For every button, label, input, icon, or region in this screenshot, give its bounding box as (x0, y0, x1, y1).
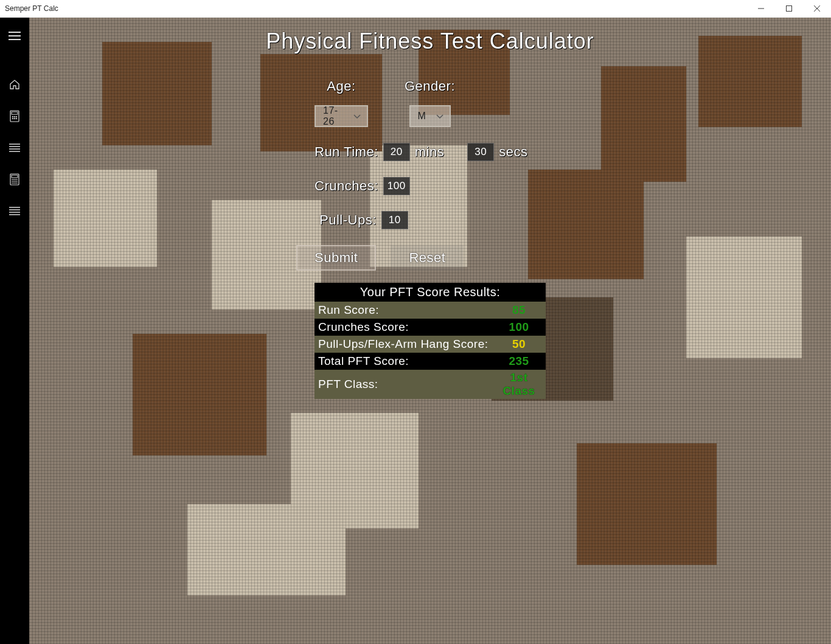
reset-button[interactable]: Reset (391, 245, 464, 271)
results-row-label: PFT Class: (315, 370, 492, 399)
results-row: Pull-Ups/Flex-Arm Hang Score:50 (315, 336, 546, 353)
results-row-value: 85 (492, 302, 546, 319)
svg-point-11 (16, 116, 17, 117)
list-icon (9, 207, 20, 215)
age-select[interactable]: 17-26 (315, 105, 368, 127)
app-shell: Physical Fitness Test Calculator Age: 17… (0, 18, 831, 644)
svg-rect-8 (12, 112, 18, 114)
svg-rect-1 (787, 6, 792, 12)
minimize-icon (758, 5, 764, 12)
results-row-value: 100 (492, 319, 546, 336)
svg-point-12 (12, 118, 13, 119)
results-row: Total PFT Score:235 (315, 353, 546, 370)
results-row-value: 50 (492, 336, 546, 353)
maximize-icon (786, 5, 792, 12)
results-row-label: Run Score: (315, 302, 492, 319)
home-icon (9, 79, 20, 90)
results-row-label: Crunches Score: (315, 319, 492, 336)
results-row-value: 1st Class (492, 370, 546, 399)
results-table: Your PFT Score Results: Run Score:85Crun… (315, 283, 546, 399)
gender-value: M (418, 111, 426, 122)
results-caption: Your PFT Score Results: (315, 283, 546, 302)
svg-point-14 (16, 118, 17, 119)
page-title: Physical Fitness Test Calculator (266, 29, 594, 54)
run-time-label: Run Time: (315, 144, 378, 160)
pft-form: Age: 17-26 Gender: M (315, 78, 546, 399)
gender-label: Gender: (405, 78, 455, 94)
window-title: Semper PT Calc (0, 4, 58, 13)
crunches-input[interactable]: 100 (383, 177, 410, 195)
window-titlebar: Semper PT Calc (0, 0, 831, 18)
hamburger-button[interactable] (0, 23, 29, 49)
mins-unit: mins (415, 144, 444, 160)
results-row-label: Pull-Ups/Flex-Arm Hang Score: (315, 336, 492, 353)
chevron-down-icon (436, 111, 443, 122)
nav-home[interactable] (0, 70, 29, 99)
results-body: Run Score:85Crunches Score:100Pull-Ups/F… (315, 302, 546, 399)
crunches-label: Crunches: (315, 178, 378, 194)
window-maximize-button[interactable] (775, 0, 803, 17)
svg-rect-20 (12, 175, 18, 178)
svg-point-9 (12, 116, 13, 117)
results-row: PFT Class:1st Class (315, 370, 546, 399)
results-row-value: 235 (492, 353, 546, 370)
calculator2-icon (10, 173, 19, 185)
age-label: Age: (327, 78, 355, 94)
svg-point-10 (14, 116, 15, 117)
nav-pft-calc[interactable] (0, 102, 29, 131)
gender-select[interactable]: M (409, 105, 451, 127)
age-value: 17-26 (323, 105, 346, 127)
results-row: Run Score:85 (315, 302, 546, 319)
main-content: Physical Fitness Test Calculator Age: 17… (29, 18, 831, 644)
nav-list-2[interactable] (0, 196, 29, 226)
window-close-button[interactable] (803, 0, 831, 17)
menu-icon (9, 32, 21, 40)
results-row-label: Total PFT Score: (315, 353, 492, 370)
chevron-down-icon (353, 111, 361, 122)
nav-cft-calc[interactable] (0, 165, 29, 194)
nav-list-1[interactable] (0, 133, 29, 162)
secs-unit: secs (499, 144, 527, 160)
list-icon (9, 144, 20, 152)
sidebar (0, 18, 29, 644)
pullups-input[interactable]: 10 (381, 211, 408, 229)
run-seconds-input[interactable]: 30 (467, 143, 494, 161)
svg-point-13 (14, 118, 15, 119)
run-minutes-input[interactable]: 20 (383, 143, 410, 161)
pullups-label: Pull-Ups: (319, 212, 377, 228)
window-controls (747, 0, 831, 17)
calculator-icon (10, 110, 19, 122)
submit-button[interactable]: Submit (296, 245, 376, 271)
results-row: Crunches Score:100 (315, 319, 546, 336)
close-icon (814, 5, 820, 12)
window-minimize-button[interactable] (747, 0, 775, 17)
